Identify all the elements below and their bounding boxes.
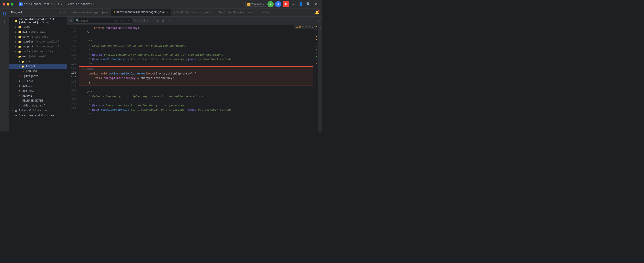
tree-item-scratches[interactable]: ≡ Scratches and Consoles: [9, 113, 67, 118]
tab-close-abstract[interactable]: ✕: [166, 11, 168, 14]
search-input[interactable]: [81, 19, 112, 22]
tree-item-license[interactable]: ≡ LICENSE: [9, 79, 67, 84]
code-line-195: public void setEncryptionCipherKey(byte[…: [79, 72, 313, 76]
tree-item-support[interactable]: ▶ 📁 support [shiro-support]: [9, 44, 67, 49]
gitignore-label: .gitignore: [22, 75, 38, 78]
code-line-196: this.encryptionCipherKey = encryptionCip…: [79, 76, 313, 80]
titlebar-actions: 🐱 Tomcat9 ▾ ▶ G ■ ⋯ 👤 🔍 ⚙: [245, 1, 319, 8]
more-actions-button[interactable]: ⋯: [290, 1, 296, 8]
tree-item-shiro-doap[interactable]: ≡ shiro.doap.rdf: [9, 103, 67, 108]
match-case-toggle[interactable]: Cc: [113, 19, 118, 22]
pom-web-chevron: [18, 70, 22, 73]
tomcat-selector[interactable]: 🐱 Tomcat9 ▾: [245, 2, 266, 7]
tabs-overflow-button[interactable]: ▾: [272, 11, 276, 14]
tab-rememberme[interactable]: J RememberMeManager.java: [67, 8, 111, 16]
close-window-button[interactable]: [3, 3, 5, 6]
core-label: core [shiro-core]: [22, 35, 50, 38]
warnings-chevron-button[interactable]: ∧: [312, 26, 314, 28]
svg-point-4: [4, 21, 5, 22]
tab-aes[interactable]: J AesCipherService.java: [213, 8, 255, 16]
token: @return: [92, 103, 104, 108]
notifications-button[interactable]: 🔔: [314, 10, 320, 16]
samples-folder-icon: 📁: [18, 40, 22, 44]
search-refresh-icon[interactable]: ⟳: [69, 19, 72, 22]
code-content[interactable]: return encryptionCipherKey; } /**: [78, 25, 314, 132]
gutter-line-1: [316, 29, 317, 30]
search-more-button[interactable]: ⋮: [167, 18, 172, 23]
m-letter[interactable]: m: [318, 25, 322, 132]
minimize-window-button[interactable]: [7, 3, 10, 6]
root-folder-icon: 📁: [14, 19, 18, 23]
regex-toggle[interactable]: .*: [125, 19, 130, 22]
search-everywhere-button[interactable]: 🔍: [306, 1, 312, 8]
tree-item-idea[interactable]: ▶ 📁 .idea: [9, 24, 67, 30]
tree-item-all[interactable]: ▶ 📁 all [shiro-all]: [9, 30, 67, 34]
tabs-actions: ⋮ 🔔: [305, 10, 322, 16]
commit-view-button[interactable]: [1, 18, 8, 26]
tree-item-target[interactable]: ▶ 📁 target: [9, 64, 67, 69]
code-line-191: *: [78, 48, 314, 53]
token: @see: [92, 108, 99, 112]
root-expand[interactable]: →: [65, 20, 67, 22]
panel-settings-icon[interactable]: ⚙: [63, 11, 64, 14]
avatar-button[interactable]: G: [275, 1, 281, 8]
token: [98, 72, 100, 76]
search-prev-button[interactable]: ↑: [150, 18, 154, 23]
right-gutter: [314, 25, 318, 132]
src-chevron: ▶: [18, 60, 22, 63]
tree-root[interactable]: ▾ 📁 shiro-shiro-root-1.2.4 [shiro-root] …: [9, 18, 67, 24]
token: }: [80, 30, 89, 35]
code-line-189: /**: [78, 39, 314, 44]
whole-word-toggle[interactable]: W: [120, 19, 124, 22]
license-label: LICENSE: [22, 80, 34, 83]
web-label: web [shiro-web]: [22, 55, 46, 58]
tree-item-readme[interactable]: ≡ README: [9, 94, 67, 98]
tab-default[interactable]: J Defau: [255, 8, 272, 16]
project-view-button[interactable]: [1, 10, 8, 18]
token: *: [80, 99, 90, 103]
gitignore-icon: ⊘: [18, 74, 22, 78]
tree-item-pom-web[interactable]: m pom.xml: [9, 69, 67, 74]
shiro-doap-chevron: [14, 104, 18, 108]
search-close-button[interactable]: ✕: [318, 18, 320, 23]
notice-label: NOTICE: [22, 84, 32, 88]
tomcat-label: Tomcat9: [251, 3, 262, 6]
support-label: support [shiro-support]: [22, 45, 60, 48]
user-button[interactable]: 👤: [298, 1, 304, 8]
code-line-187: }: [78, 30, 314, 35]
svg-rect-1: [5, 12, 6, 14]
tree-item-ext-libs[interactable]: ▶ 🏛 External Libraries: [9, 108, 67, 113]
project-selector[interactable]: S shiro-shiro-root-1.2.4 ▾: [17, 2, 64, 7]
tree-item-release-notes[interactable]: ≡ RELEASE-NOTES: [9, 98, 67, 103]
tab-abstract[interactable]: J AbstractRememberMeManager.java ✕: [111, 8, 171, 16]
token: */: [80, 62, 92, 66]
tools-folder-icon: 📁: [18, 50, 22, 54]
token: *: [80, 103, 92, 108]
tab-jca[interactable]: J JcaCipherService.java: [171, 8, 213, 16]
idea-folder-icon: 📁: [18, 25, 22, 29]
tab-icon-abstract: J: [114, 11, 115, 14]
code-line-202: * @return the cipher key to use for decr…: [78, 103, 314, 108]
tree-item-pom-root[interactable]: m pom.xml: [9, 88, 67, 94]
warnings-expand-button[interactable]: ∧: [309, 26, 310, 28]
tree-item-web[interactable]: ▾ 📁 web [shiro-web]: [9, 54, 67, 59]
search-next-button[interactable]: ↓: [156, 18, 159, 23]
tree-item-tools[interactable]: ▶ 📁 tools [shiro-tools]: [9, 49, 67, 54]
more-tools-button[interactable]: ⋯: [1, 122, 8, 130]
token: /**: [80, 39, 92, 44]
run-button[interactable]: ▶: [268, 1, 274, 8]
stop-button[interactable]: ■: [283, 1, 289, 8]
tree-item-src[interactable]: ▶ 📁 src: [9, 59, 67, 64]
version-control-button[interactable]: Version control ▾: [66, 2, 96, 6]
tabs-more-button[interactable]: ⋮: [307, 10, 313, 16]
target-folder-icon: 📁: [22, 65, 25, 68]
search-filter-button[interactable]: ⊻: [161, 18, 165, 23]
tree-item-core[interactable]: ▶ 📁 core [shiro-core]: [9, 34, 67, 39]
tree-item-notice[interactable]: ≡ NOTICE: [9, 84, 67, 88]
settings-button[interactable]: ⚙: [313, 1, 319, 8]
tree-item-samples[interactable]: ▶ 📁 samples [shiro-samples]: [9, 39, 67, 44]
gutter-line-2: [316, 33, 317, 33]
samples-label: samples [shiro-samples]: [22, 40, 60, 44]
maximize-window-button[interactable]: [11, 3, 14, 6]
tree-item-gitignore[interactable]: ⊘ .gitignore: [9, 74, 67, 79]
